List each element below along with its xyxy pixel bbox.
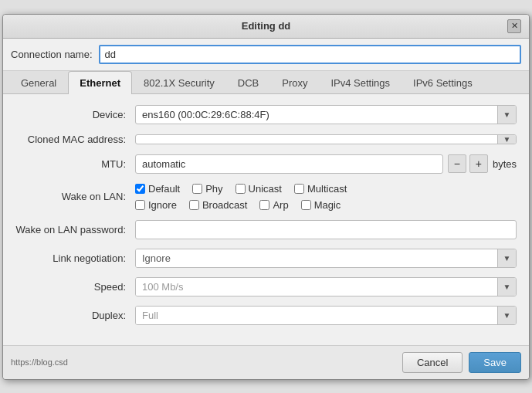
wake-on-lan-row: Wake on LAN: Default Phy Unicast	[15, 183, 517, 211]
mtu-input[interactable]	[135, 154, 443, 174]
duplex-arrow[interactable]: ▼	[497, 307, 516, 324]
cancel-button[interactable]: Cancel	[402, 352, 463, 373]
connection-name-row: Connection name:	[3, 39, 529, 71]
wake-arp-checkbox[interactable]: Arp	[259, 199, 288, 211]
speed-dropdown[interactable]: 100 Mb/s ▼	[135, 277, 517, 296]
device-dropdown[interactable]: ens160 (00:0C:29:6C:88:4F) ▼	[135, 105, 517, 124]
device-label: Device:	[15, 109, 135, 120]
tab-ipv6[interactable]: IPv6 Settings	[402, 71, 484, 94]
wake-password-label: Wake on LAN password:	[15, 224, 135, 235]
tab-general[interactable]: General	[9, 71, 68, 94]
dialog: Editing dd ✕ Connection name: General Et…	[2, 14, 530, 380]
link-negotiation-dropdown[interactable]: Ignore ▼	[135, 249, 517, 268]
duplex-row: Duplex: Full ▼	[15, 306, 517, 325]
wake-on-lan-checkboxes: Default Phy Unicast Multicast	[135, 183, 347, 211]
mtu-label: MTU:	[15, 158, 135, 170]
link-negotiation-row: Link negotiation: Ignore ▼	[15, 249, 517, 268]
footer: https://blog.csd Cancel Save	[3, 345, 529, 379]
cloned-mac-row: Cloned MAC address: ▼	[15, 134, 517, 145]
close-button[interactable]: ✕	[507, 19, 521, 33]
wake-phy-checkbox[interactable]: Phy	[192, 183, 222, 195]
tabs-bar: General Ethernet 802.1X Security DCB Pro…	[3, 71, 529, 94]
mtu-row: MTU: − + bytes	[15, 154, 517, 174]
save-button[interactable]: Save	[469, 352, 521, 373]
cloned-mac-dropdown-arrow[interactable]: ▼	[497, 135, 516, 144]
tab-content: Device: ens160 (00:0C:29:6C:88:4F) ▼ Clo…	[3, 94, 529, 345]
tab-ethernet[interactable]: Ethernet	[68, 71, 132, 94]
tab-8021x[interactable]: 802.1X Security	[132, 71, 226, 94]
wake-on-lan-row-2: Ignore Broadcast Arp Magic	[135, 199, 347, 211]
connection-name-label: Connection name:	[11, 49, 93, 60]
speed-row: Speed: 100 Mb/s ▼	[15, 277, 517, 296]
wake-on-lan-row-1: Default Phy Unicast Multicast	[135, 183, 347, 195]
wake-default-checkbox[interactable]: Default	[135, 183, 180, 195]
wake-on-lan-label: Wake on LAN:	[15, 191, 135, 202]
link-negotiation-label: Link negotiation:	[15, 252, 135, 264]
wake-ignore-checkbox[interactable]: Ignore	[135, 199, 177, 211]
mtu-bytes-label: bytes	[493, 158, 517, 170]
footer-url: https://blog.csd	[11, 357, 396, 367]
speed-arrow[interactable]: ▼	[497, 278, 516, 296]
cloned-mac-label: Cloned MAC address:	[15, 134, 135, 145]
cloned-mac-value	[136, 135, 497, 144]
cloned-mac-dropdown[interactable]: ▼	[135, 134, 517, 144]
wake-multicast-checkbox[interactable]: Multicast	[294, 183, 347, 195]
duplex-dropdown[interactable]: Full ▼	[135, 306, 517, 325]
tab-proxy[interactable]: Proxy	[270, 71, 319, 94]
duplex-label: Duplex:	[15, 310, 135, 321]
dialog-title: Editing dd	[25, 20, 507, 32]
wake-password-row: Wake on LAN password:	[15, 220, 517, 239]
device-value: ens160 (00:0C:29:6C:88:4F)	[136, 106, 497, 124]
speed-value: 100 Mb/s	[136, 278, 497, 296]
device-dropdown-arrow[interactable]: ▼	[497, 106, 516, 124]
title-bar: Editing dd ✕	[3, 15, 529, 39]
tab-ipv4[interactable]: IPv4 Settings	[319, 71, 402, 94]
mtu-plus-button[interactable]: +	[469, 154, 488, 173]
link-negotiation-value: Ignore	[136, 249, 497, 267]
speed-label: Speed:	[15, 281, 135, 293]
link-negotiation-arrow[interactable]: ▼	[497, 249, 516, 267]
connection-name-input[interactable]	[99, 45, 521, 64]
device-row: Device: ens160 (00:0C:29:6C:88:4F) ▼	[15, 105, 517, 124]
wake-broadcast-checkbox[interactable]: Broadcast	[189, 199, 248, 211]
mtu-minus-button[interactable]: −	[448, 154, 466, 173]
wake-password-input[interactable]	[135, 220, 517, 239]
wake-magic-checkbox[interactable]: Magic	[301, 199, 341, 211]
duplex-value: Full	[136, 307, 497, 324]
tab-dcb[interactable]: DCB	[226, 71, 270, 94]
wake-unicast-checkbox[interactable]: Unicast	[236, 183, 282, 195]
